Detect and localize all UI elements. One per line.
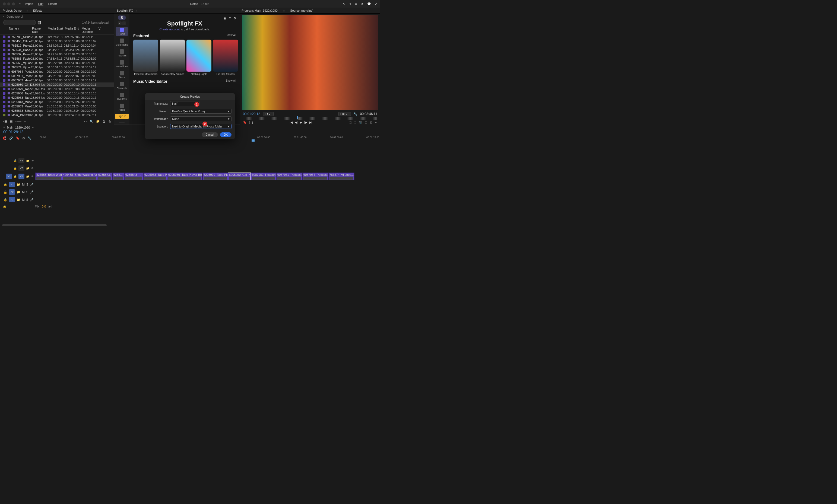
snap-icon[interactable]: 🧲	[3, 137, 6, 140]
signin-button[interactable]: Sign In	[115, 114, 129, 119]
list-view-icon[interactable]: ≡▦	[3, 120, 7, 123]
col-framerate[interactable]: Frame Rate	[32, 27, 48, 33]
go-to-out-icon[interactable]: ▶|	[309, 121, 313, 124]
resolution-select[interactable]: Full ▾	[338, 112, 351, 116]
track-a3[interactable]: A3	[9, 197, 15, 202]
chat-icon[interactable]: 💬	[367, 2, 371, 6]
project-row[interactable]: 6087982_Head25,00 fps00:00:00:0000:00:12…	[0, 78, 114, 83]
new-bin-icon[interactable]: 📁	[96, 120, 100, 123]
spotlight-card[interactable]: Essential Movements	[133, 40, 158, 75]
marker-icon[interactable]: 🔖	[243, 121, 247, 124]
timeline-clip[interactable]: 6205950_Girl P...	[228, 173, 251, 180]
find-icon[interactable]: 🔍	[90, 120, 93, 123]
lift-icon[interactable]: ⬚	[349, 121, 352, 124]
project-row[interactable]: 766566_Fashio25,00 fps07:55:47:1607:55:5…	[0, 56, 114, 61]
proxy-icon[interactable]: ◱	[369, 121, 372, 124]
tab-import[interactable]: Import	[25, 2, 33, 5]
timeline-clip[interactable]: 6087981_Podcast...	[276, 173, 302, 180]
automate-icon[interactable]: ▭	[84, 120, 87, 123]
project-row[interactable]: 6087964_Podc25,00 fps00:00:00:0000:00:12…	[0, 69, 114, 74]
program-video[interactable]	[242, 15, 378, 110]
gear-icon[interactable]: ⚙	[233, 17, 236, 20]
source-v1[interactable]: V1	[6, 174, 12, 179]
quick-export-icon[interactable]: ⇱	[343, 2, 345, 6]
tab-edit[interactable]: Edit	[38, 2, 43, 5]
timeline-clip[interactable]: 6235...	[112, 173, 124, 180]
ok-button[interactable]: OK	[220, 132, 232, 137]
project-panel-tab[interactable]: Project: Demo	[3, 9, 22, 12]
show-all-link[interactable]: Show All	[226, 34, 236, 38]
workspace-icon[interactable]: ≡	[355, 2, 357, 6]
side-texts[interactable]: Texts	[115, 70, 128, 79]
location-select[interactable]: Next to Original Media, in Proxy folder▾	[170, 124, 232, 129]
create-account-link[interactable]: Create account	[160, 28, 180, 31]
cancel-button[interactable]: Cancel	[202, 132, 218, 137]
timeline-hscroll[interactable]	[2, 224, 107, 226]
project-row[interactable]: 766537_Projec25,00 fps06:22:59:0606:23:0…	[0, 52, 114, 56]
col-mediastart[interactable]: Media Start	[48, 27, 65, 33]
timeline-clip[interactable]: 6205983_Tape Play...	[143, 173, 167, 180]
go-to-in-icon[interactable]: |◀	[289, 121, 292, 124]
col-name[interactable]: Name ↑	[9, 27, 32, 33]
spotlight-card[interactable]: Flashing Lights	[186, 40, 211, 75]
timeline-clip[interactable]: 6235873...	[97, 173, 112, 180]
home-icon[interactable]: ⌂	[19, 2, 21, 6]
window-controls[interactable]	[3, 2, 15, 5]
freeform-icon[interactable]: ▦	[10, 120, 13, 123]
project-row[interactable]: 756786_Skiddi25,00 fps00:48:47:1300:48:5…	[0, 35, 114, 39]
side-menu-icon[interactable]	[119, 122, 125, 123]
mark-out-icon[interactable]: }	[252, 121, 253, 124]
track-v3[interactable]: V3	[18, 158, 24, 163]
spotlight-panel-tab[interactable]: Spotlight FX	[117, 9, 133, 12]
project-row[interactable]: 766574_Vj Loo25,00 fps00:00:01:1000:00:1…	[0, 65, 114, 69]
project-row[interactable]: 6235853_Musc25,00 fps01:05:16:0001:05:21…	[0, 104, 114, 108]
side-home[interactable]: Home	[115, 27, 128, 36]
project-row[interactable]: 766568_Vj Loo25,00 fps00:00:23:0400:00:3…	[0, 61, 114, 65]
spotlight-card[interactable]: Documentary Frames	[160, 40, 185, 75]
track-v2[interactable]: V2	[18, 165, 24, 171]
marker-tool-icon[interactable]: 🔖	[16, 137, 20, 140]
timeline-clip[interactable]: 6235843_...	[124, 173, 143, 180]
nav-fwd[interactable]: ›	[122, 21, 126, 25]
project-row[interactable]: 766534_Hand25,00 fps04:54:29:1004:54:33:…	[0, 48, 114, 52]
lock-icon[interactable]: 🔒	[14, 159, 17, 162]
timeline-clip[interactable]: 6205980_Tape Player Boombox B...	[167, 173, 202, 180]
delete-icon[interactable]: 🗑	[108, 120, 111, 123]
project-row[interactable]: Main_1920x1025,00 fps00:00:00:0000:03:46…	[0, 113, 114, 117]
project-row[interactable]: 6205983_Tape23,976 fps00:00:00:0000:00:1…	[0, 95, 114, 100]
col-mediaduration[interactable]: Media Duration	[82, 27, 99, 33]
camera-icon[interactable]: 📷	[358, 121, 362, 124]
new-bin-icon[interactable]: 🔳	[37, 21, 41, 24]
timeline-clip[interactable]: 6205979_Tape Pla...	[202, 173, 228, 180]
mark-in-icon[interactable]: {	[249, 121, 250, 124]
project-row[interactable]: 6087981_Podc25,00 fps04:22:10:0804:22:20…	[0, 74, 114, 78]
preset-select[interactable]: ProRes QuickTime Proxy▾	[170, 109, 232, 114]
project-row[interactable]: 6235843_Musc25,00 fps01:03:51:0001:03:58…	[0, 100, 114, 104]
wrench-icon[interactable]: 🔧	[28, 137, 32, 140]
track-a2[interactable]: A2	[9, 189, 15, 195]
side-overlays[interactable]: Overlays	[115, 92, 128, 101]
play-icon[interactable]: ▶	[300, 121, 302, 124]
col-video[interactable]: Vi	[99, 27, 101, 33]
compare-icon[interactable]: ◫	[364, 121, 367, 124]
project-row[interactable]: 6205950_Girl P23,976 fps00:00:00:0000:00…	[0, 83, 114, 87]
timeline-clip[interactable]: 426583_Bride Wedding...	[35, 173, 62, 180]
col-mediaend[interactable]: Media End	[65, 27, 82, 33]
fullscreen-icon[interactable]: ⤢	[375, 2, 377, 6]
search-input[interactable]	[3, 20, 36, 25]
side-transitions[interactable]: Transitions	[115, 59, 128, 69]
sort-icon[interactable]: ≡	[24, 120, 26, 123]
project-row[interactable]: 6235873_Silho25,00 fps01:08:12:0001:08:1…	[0, 108, 114, 113]
track-a1[interactable]: A1	[9, 182, 15, 187]
track-v1[interactable]: V1	[18, 174, 24, 179]
timeline-panel[interactable]: 🔒V3📁👁 🔒V2📁👁 V1🔒V1📁👁 426583_Bride Wedding…	[0, 141, 380, 228]
discord-icon[interactable]: ◉	[224, 17, 226, 20]
nav-back[interactable]: ‹	[118, 21, 122, 25]
step-fwd-icon[interactable]: |▶	[304, 121, 307, 124]
show-all-link[interactable]: Show All	[226, 79, 236, 84]
side-tutorials[interactable]: Tutorials	[115, 49, 128, 58]
side-elements[interactable]: Elements	[115, 81, 128, 90]
add-button-icon[interactable]: ＋	[374, 121, 377, 125]
tab-export[interactable]: Export	[48, 2, 57, 5]
fit-select[interactable]: Fit ▾	[263, 112, 273, 116]
